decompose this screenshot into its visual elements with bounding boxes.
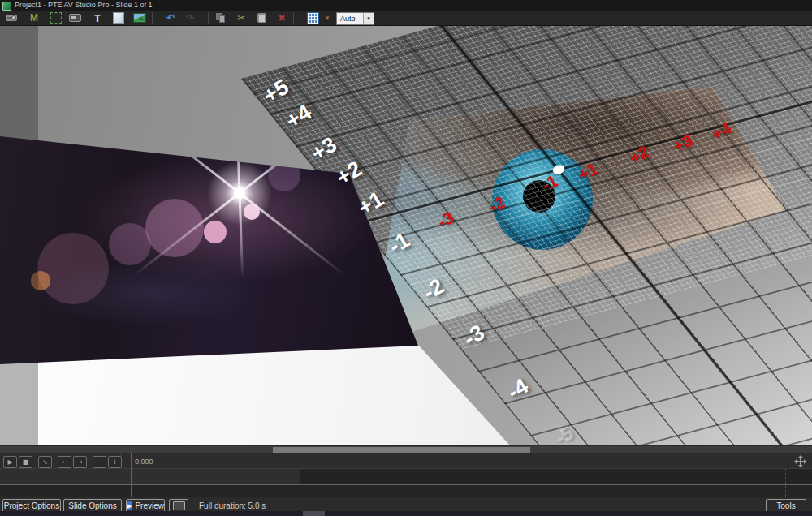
title-bar: Project1 - PTE AV Studio Pro - Slide 1 o… xyxy=(0,0,812,11)
horizontal-scrollbar-thumb[interactable] xyxy=(273,447,530,453)
stop-button[interactable]: ■ xyxy=(19,456,32,468)
keyboard-button[interactable] xyxy=(66,11,84,25)
slide-boundary-marker xyxy=(785,469,786,497)
selection-rect-icon xyxy=(50,12,62,24)
track-header-area xyxy=(0,469,300,484)
text-icon: T xyxy=(94,12,101,24)
stop-icon: ■ xyxy=(23,459,29,466)
play-icon: ▶ xyxy=(7,459,12,466)
bokeh-circle xyxy=(109,223,151,265)
m-icon: M xyxy=(30,12,38,24)
window-title: Project1 - PTE AV Studio Pro - Slide 1 o… xyxy=(15,1,152,9)
bokeh-circle xyxy=(244,204,260,220)
tools-label: Tools xyxy=(776,501,795,510)
add-rectangle-button[interactable] xyxy=(110,11,127,25)
zoom-select-dropdown[interactable]: ▾ xyxy=(363,13,374,24)
minus-icon: − xyxy=(97,459,102,466)
taskbar-edge xyxy=(0,511,812,516)
undo-button[interactable]: ↶ xyxy=(162,11,179,25)
toolbar-separator xyxy=(293,12,294,24)
playhead[interactable] xyxy=(131,453,132,497)
waveform-toggle-button[interactable]: ∿ xyxy=(38,456,52,468)
zoom-select-value: Auto xyxy=(337,13,363,24)
add-image-button[interactable] xyxy=(131,11,149,25)
delete-button[interactable]: ✖ xyxy=(273,11,291,25)
arrow-left-icon: ← xyxy=(62,459,67,466)
clipboard-icon xyxy=(257,13,266,23)
undo-icon: ↶ xyxy=(166,13,175,23)
full-duration-label: Full duration: 5.0 s xyxy=(199,501,266,510)
footer-bar: Project Options Slide Options ▶ Preview … xyxy=(0,497,812,511)
toolbar-separator xyxy=(208,12,209,24)
timeline: 0.000 ▶ ■ ∿ ← → − + xyxy=(0,453,812,497)
pan-icon[interactable] xyxy=(793,454,807,468)
plus-icon: + xyxy=(112,459,118,466)
arrow-right-icon: → xyxy=(77,459,83,466)
grid-dropdown-button[interactable]: ▾ xyxy=(322,11,333,25)
bokeh-circle xyxy=(268,159,300,191)
flare-core xyxy=(234,187,245,199)
monitor-icon xyxy=(173,501,185,510)
canvas-left-margin-shade xyxy=(0,26,38,445)
zoom-out-button[interactable]: − xyxy=(93,456,106,468)
slide-canvas[interactable]: +5+4+3+2+1-1-2-3-4-3-2-1+1+2+3+4-5 xyxy=(0,25,812,445)
scissors-icon: ✂ xyxy=(237,13,245,23)
grid-icon xyxy=(307,12,319,24)
selection-tool-button[interactable] xyxy=(47,11,65,25)
redo-icon: ↷ xyxy=(186,13,194,23)
horizontal-scrollbar[interactable] xyxy=(0,445,812,453)
slide-options-label: Slide Options xyxy=(68,501,116,510)
zoom-select[interactable]: Auto ▾ xyxy=(336,12,374,25)
image-icon xyxy=(133,13,146,23)
project-options-label: Project Options xyxy=(4,501,59,510)
app-icon xyxy=(2,2,11,11)
main-menu-button[interactable]: M xyxy=(25,11,43,25)
copy-button[interactable] xyxy=(212,11,230,25)
play-button[interactable]: ▶ xyxy=(3,456,17,468)
cut-button[interactable]: ✂ xyxy=(232,11,250,25)
waveform-icon: ∿ xyxy=(42,459,48,466)
delete-x-icon: ✖ xyxy=(278,14,285,23)
add-text-button[interactable]: T xyxy=(89,11,106,25)
copy-icon xyxy=(216,13,226,23)
preview-label: Preview xyxy=(135,501,164,510)
step-forward-button[interactable]: → xyxy=(73,456,87,468)
bokeh-circle xyxy=(145,199,204,257)
track-lower-area xyxy=(0,485,812,497)
slide-boundary-marker xyxy=(391,469,391,497)
toolbar-separator xyxy=(152,12,153,24)
taskbar-edge-highlight xyxy=(303,511,325,516)
timeline-ruler[interactable]: 0.000 xyxy=(0,453,812,469)
zoom-in-button[interactable]: + xyxy=(108,456,122,468)
projector-icon xyxy=(6,15,17,21)
grid-settings-button[interactable] xyxy=(304,11,322,25)
grid-axis-horizontal xyxy=(357,25,812,224)
bokeh-circle xyxy=(37,233,109,304)
kb-icon xyxy=(69,14,81,22)
rectangle-icon xyxy=(113,12,124,24)
step-back-button[interactable]: ← xyxy=(58,456,71,468)
video-projector-button[interactable] xyxy=(2,11,20,25)
paste-button[interactable] xyxy=(253,11,270,25)
preview-play-icon: ▶ xyxy=(127,501,132,510)
grid-axis-vertical xyxy=(439,25,812,445)
toolbar: M T ↶ ↷ ✂ ✖ ▾ Auto ▾ xyxy=(0,11,812,26)
chevron-down-icon: ▾ xyxy=(326,15,330,22)
bokeh-circle xyxy=(204,221,227,243)
redo-button[interactable]: ↷ xyxy=(181,11,199,25)
time-label: 0.000 xyxy=(135,458,153,466)
